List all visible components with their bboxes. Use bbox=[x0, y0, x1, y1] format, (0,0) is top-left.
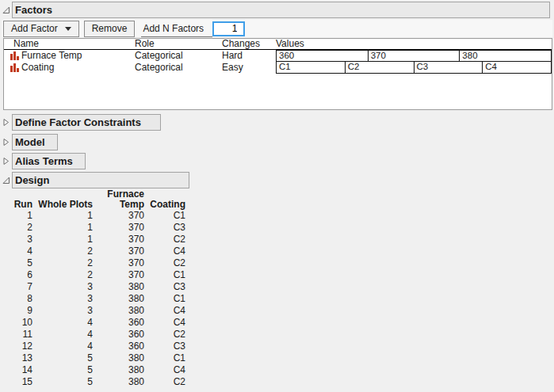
factor-changes-cell[interactable]: Easy bbox=[222, 62, 276, 74]
factor-role-cell[interactable]: Categorical bbox=[135, 50, 222, 62]
design-cell-whole-plots: 2 bbox=[34, 245, 94, 257]
design-cell-run: 8 bbox=[4, 293, 34, 305]
define-factor-constraints-outline: Define Factor Constraints bbox=[2, 114, 550, 131]
factor-values: 360370380 bbox=[276, 50, 552, 62]
factor-row: Furnace TempCategoricalHard360370380 bbox=[4, 50, 552, 62]
collapsed-triangle-icon[interactable] bbox=[2, 118, 10, 127]
factor-value-cell[interactable]: 360 bbox=[276, 50, 369, 62]
design-cell-run: 12 bbox=[4, 341, 34, 352]
design-cell-run: 11 bbox=[4, 329, 34, 341]
factor-changes-cell[interactable]: Hard bbox=[222, 50, 276, 62]
factor-name-label: Coating bbox=[21, 62, 54, 74]
design-cell-whole-plots: 1 bbox=[34, 234, 94, 245]
add-n-factors-input[interactable] bbox=[212, 21, 245, 36]
remove-button[interactable]: Remove bbox=[84, 21, 136, 37]
design-cell-coating: C2 bbox=[146, 329, 187, 341]
design-cell-furnace-temp: 370 bbox=[94, 210, 146, 222]
design-cell-coating: C3 bbox=[146, 341, 187, 352]
design-cell-furnace-temp: 380 bbox=[94, 293, 146, 305]
collapsed-triangle-icon[interactable] bbox=[2, 138, 10, 147]
factor-value-cell[interactable]: C1 bbox=[276, 61, 346, 74]
design-cell-furnace-temp: 370 bbox=[94, 269, 146, 281]
design-cell-whole-plots: 4 bbox=[34, 317, 94, 329]
design-cell-furnace-temp: 380 bbox=[94, 364, 146, 376]
factors-collapse-icon[interactable] bbox=[2, 6, 10, 14]
design-header-cell: Temp bbox=[94, 200, 146, 210]
design-cell-coating: C3 bbox=[146, 222, 187, 234]
remove-label: Remove bbox=[92, 23, 128, 34]
design-title[interactable]: Design bbox=[12, 172, 189, 188]
design-cell-furnace-temp: 370 bbox=[94, 245, 146, 257]
design-cell-whole-plots: 3 bbox=[34, 305, 94, 317]
factors-table: Name Role Changes Values Furnace TempCat… bbox=[3, 38, 552, 110]
alias-terms-title[interactable]: Alias Terms bbox=[12, 153, 86, 169]
column-header-role: Role bbox=[135, 39, 222, 49]
design-cell-run: 6 bbox=[4, 269, 34, 281]
factors-outline-header: Factors bbox=[2, 2, 550, 18]
design-cell-coating: C1 bbox=[146, 352, 187, 364]
design-cell-run: 14 bbox=[4, 364, 34, 376]
design-collapse-icon[interactable] bbox=[2, 176, 10, 185]
factor-value-cell[interactable]: C3 bbox=[414, 61, 483, 74]
categorical-bars-icon bbox=[10, 63, 19, 72]
design-cell-furnace-temp: 370 bbox=[94, 234, 146, 245]
column-header-name: Name bbox=[4, 39, 135, 49]
design-cell-run: 1 bbox=[4, 210, 34, 222]
design-cell-furnace-temp: 360 bbox=[94, 329, 146, 341]
factors-table-body: Furnace TempCategoricalHard360370380Coat… bbox=[4, 50, 552, 74]
design-cell-furnace-temp: 380 bbox=[94, 376, 146, 388]
factor-row: CoatingCategoricalEasyC1C2C3C4 bbox=[4, 62, 552, 74]
design-cell-coating: C2 bbox=[146, 376, 187, 388]
design-cell-run: 10 bbox=[4, 317, 34, 329]
collapsed-triangle-icon[interactable] bbox=[2, 157, 10, 166]
design-cell-whole-plots: 3 bbox=[34, 281, 94, 293]
design-cell-coating: C1 bbox=[146, 293, 187, 305]
factors-title[interactable]: Factors bbox=[12, 2, 550, 18]
factor-value-cell[interactable]: 370 bbox=[368, 50, 460, 62]
dropdown-caret-icon bbox=[65, 27, 71, 31]
design-cell-run: 7 bbox=[4, 281, 34, 293]
design-cell-whole-plots: 2 bbox=[34, 269, 94, 281]
categorical-bars-icon bbox=[10, 51, 19, 60]
design-cell-run: 4 bbox=[4, 245, 34, 257]
design-cell-furnace-temp: 380 bbox=[94, 305, 146, 317]
design-cell-whole-plots: 4 bbox=[34, 329, 94, 341]
factor-value-cell[interactable]: C2 bbox=[345, 61, 415, 74]
add-factor-button[interactable]: Add Factor bbox=[3, 21, 79, 37]
factor-value-cell[interactable]: 380 bbox=[459, 50, 552, 62]
design-cell-coating: C2 bbox=[146, 257, 187, 269]
design-header-cell: Whole Plots bbox=[34, 200, 94, 210]
model-outline: Model bbox=[2, 134, 550, 150]
model-title[interactable]: Model bbox=[12, 134, 58, 150]
design-header-cell: Run bbox=[4, 200, 34, 210]
factor-value-cell[interactable]: C4 bbox=[482, 61, 552, 74]
factor-name-cell[interactable]: Coating bbox=[4, 62, 135, 74]
design-cell-coating: C4 bbox=[146, 317, 187, 329]
design-cell-run: 2 bbox=[4, 222, 34, 234]
column-header-changes: Changes bbox=[222, 39, 276, 49]
design-cell-furnace-temp: 380 bbox=[94, 281, 146, 293]
design-cell-whole-plots: 5 bbox=[34, 364, 94, 376]
design-cell-coating: C2 bbox=[146, 234, 187, 245]
design-cell-run: 15 bbox=[4, 376, 34, 388]
column-header-values: Values bbox=[276, 39, 552, 49]
factor-role-cell[interactable]: Categorical bbox=[135, 62, 222, 74]
design-header-cell: Coating bbox=[146, 200, 187, 210]
design-cell-run: 9 bbox=[4, 305, 34, 317]
design-cell-whole-plots: 5 bbox=[34, 352, 94, 364]
design-cell-coating: C1 bbox=[146, 210, 187, 222]
define-factor-constraints-title[interactable]: Define Factor Constraints bbox=[12, 114, 161, 131]
design-cell-coating: C4 bbox=[146, 305, 187, 317]
factor-values: C1C2C3C4 bbox=[276, 62, 552, 74]
design-cell-coating: C4 bbox=[146, 245, 187, 257]
design-cell-furnace-temp: 360 bbox=[94, 341, 146, 352]
add-factor-label: Add Factor bbox=[11, 23, 58, 34]
design-cell-furnace-temp: 370 bbox=[94, 222, 146, 234]
design-cell-coating: C1 bbox=[146, 269, 187, 281]
factor-name-cell[interactable]: Furnace Temp bbox=[4, 50, 135, 62]
add-n-factors-button[interactable]: Add N Factors bbox=[141, 21, 212, 37]
design-cell-furnace-temp: 370 bbox=[94, 257, 146, 269]
design-cell-furnace-temp: 360 bbox=[94, 317, 146, 329]
factors-toolbar: Add Factor Remove Add N Factors bbox=[2, 20, 552, 37]
design-cell-run: 13 bbox=[4, 352, 34, 364]
